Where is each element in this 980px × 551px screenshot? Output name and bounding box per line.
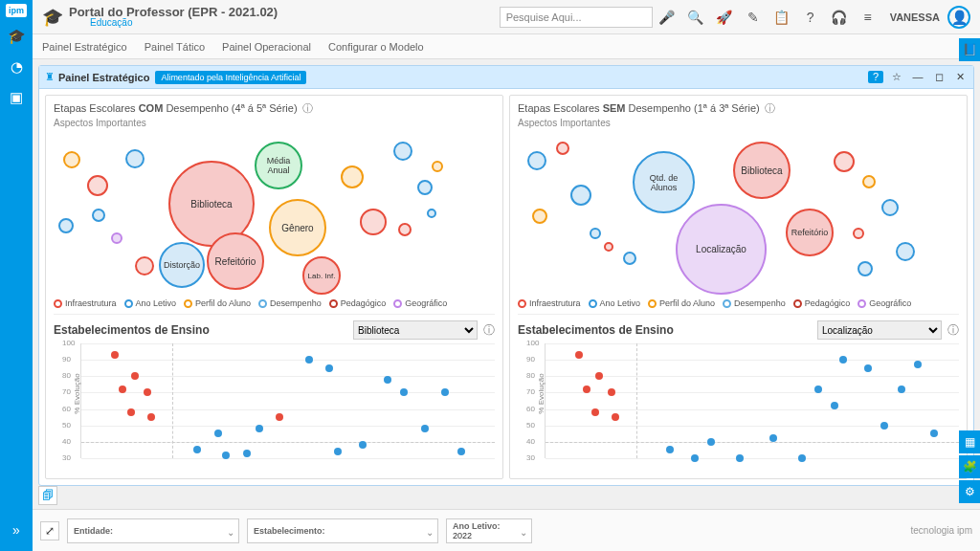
bubble-refeitorio[interactable]: Refeitório	[207, 232, 264, 290]
headset-icon[interactable]: 🎧	[825, 3, 854, 32]
edit-icon[interactable]: ✎	[739, 3, 768, 32]
scatter-point[interactable]	[325, 364, 333, 372]
subnav-estrategico[interactable]: Painel Estratégico	[42, 41, 127, 53]
search-icon[interactable]: 🔍	[681, 3, 710, 32]
scatter-point[interactable]	[457, 448, 465, 455]
right-rail-grid-icon[interactable]: ▦	[959, 430, 980, 453]
scatter-point[interactable]	[243, 450, 251, 457]
scatter-point[interactable]	[595, 372, 603, 380]
right-column: Etapas Escolares SEM Desempenho (1ª á 3ª…	[509, 95, 968, 479]
ano-letivo-select[interactable]: Ano Letivo: 2022 ⌄	[446, 518, 532, 543]
bubble-lab-inf[interactable]: Lab. Inf.	[302, 256, 341, 295]
bubble-qtd-alunos[interactable]: Qtd. deAlunos	[633, 151, 695, 213]
bubble-media-anual[interactable]: MédiaAnual	[255, 142, 302, 189]
dot	[125, 149, 145, 168]
right-rail-gear-icon[interactable]: ⚙	[959, 480, 980, 503]
info-icon[interactable]: ⓘ	[302, 102, 313, 114]
dot	[360, 209, 387, 235]
scatter-point[interactable]	[591, 408, 599, 416]
dot	[853, 228, 864, 239]
scatter-point[interactable]	[814, 386, 822, 393]
bubble-localizacao[interactable]: Localização	[676, 204, 767, 295]
scatter-point[interactable]	[575, 351, 583, 359]
top-bar: 🎓 Portal do Professor (EPR - 2021.02) Ed…	[33, 0, 980, 34]
scatter-left-title: Estabelecimentos de Ensino	[54, 323, 347, 337]
nav-screen-icon[interactable]: ▣	[3, 84, 30, 111]
panel-star-icon[interactable]: ☆	[889, 71, 904, 83]
scatter-point[interactable]	[583, 386, 590, 393]
scatter-point[interactable]	[400, 388, 408, 396]
scatter-left-select[interactable]: Biblioteca	[353, 320, 478, 340]
scatter-point[interactable]	[441, 388, 449, 396]
scatter-point[interactable]	[119, 386, 126, 393]
right-rail-puzzle-icon[interactable]: 🧩	[959, 455, 980, 478]
entidade-select[interactable]: Entidade: ⌄	[67, 518, 239, 543]
dot	[532, 209, 547, 224]
scatter-point[interactable]	[831, 402, 838, 409]
scatter-point[interactable]	[222, 452, 230, 459]
subnav-configurar[interactable]: Configurar o Modelo	[328, 41, 424, 53]
bubble-genero[interactable]: Gênero	[269, 199, 326, 256]
scatter-point[interactable]	[839, 356, 847, 364]
fullscreen-icon[interactable]: ⤢	[40, 521, 59, 540]
scatter-point[interactable]	[421, 425, 429, 432]
panel-minimize-icon[interactable]: —	[910, 71, 925, 83]
right-rail-book-icon[interactable]: 📘	[959, 38, 980, 61]
info-icon[interactable]: ⓘ	[947, 322, 959, 339]
scatter-right-select[interactable]: Localização	[817, 320, 942, 340]
scatter-point[interactable]	[256, 425, 263, 432]
scatter-point[interactable]	[214, 430, 222, 437]
scatter-point[interactable]	[384, 376, 391, 384]
dot	[393, 142, 412, 161]
dot	[427, 209, 436, 218]
bubble-distorcao[interactable]: Distorção	[159, 242, 205, 288]
scatter-point[interactable]	[880, 422, 888, 430]
scatter-point[interactable]	[691, 454, 699, 462]
scatter-point[interactable]	[914, 361, 922, 368]
rocket-icon[interactable]: 🚀	[710, 3, 739, 32]
user-avatar-icon[interactable]: 👤	[947, 6, 970, 29]
info-icon[interactable]: ⓘ	[765, 102, 775, 114]
scatter-point[interactable]	[131, 372, 139, 380]
panel-help-icon[interactable]: ?	[868, 71, 883, 83]
subnav-operacional[interactable]: Painel Operacional	[222, 41, 311, 53]
estabelecimento-select[interactable]: Estabelecimento: ⌄	[247, 518, 438, 543]
search-input[interactable]: Pesquise Aqui...	[500, 7, 653, 28]
scatter-point[interactable]	[305, 356, 313, 364]
nav-home-icon[interactable]: 🎓	[3, 23, 30, 50]
scatter-point[interactable]	[612, 413, 619, 421]
scatter-point[interactable]	[111, 351, 119, 359]
bubble-biblioteca-r[interactable]: Biblioteca	[733, 142, 791, 199]
scatter-point[interactable]	[930, 430, 938, 437]
left-col-subtitle: Aspectos Importantes	[54, 118, 495, 128]
scatter-point[interactable]	[144, 388, 151, 396]
scatter-point[interactable]	[736, 454, 744, 462]
scatter-point[interactable]	[334, 448, 342, 455]
panel-maximize-icon[interactable]: ◻	[931, 71, 947, 83]
scatter-point[interactable]	[608, 388, 615, 396]
help-icon[interactable]: ?	[796, 3, 825, 32]
scatter-point[interactable]	[127, 408, 135, 416]
scatter-point[interactable]	[864, 364, 872, 372]
info-icon[interactable]: ⓘ	[483, 322, 495, 339]
app-subtitle: Educação	[90, 17, 278, 28]
scatter-point[interactable]	[359, 441, 367, 449]
scatter-point[interactable]	[193, 446, 201, 453]
scatter-point[interactable]	[898, 386, 905, 393]
page-notes-icon[interactable]: 🗐	[38, 486, 57, 505]
scatter-point[interactable]	[276, 413, 283, 421]
clipboard-icon[interactable]: 📋	[768, 3, 796, 32]
mic-icon[interactable]: 🎤	[653, 3, 681, 32]
scatter-point[interactable]	[707, 438, 715, 446]
scatter-point[interactable]	[798, 454, 806, 462]
nav-chart-icon[interactable]: ◔	[3, 54, 30, 80]
subnav-tatico[interactable]: Painel Tático	[145, 41, 205, 53]
scatter-point[interactable]	[147, 413, 155, 421]
scatter-point[interactable]	[769, 434, 777, 442]
bottom-bar: ⤢ Entidade: ⌄ Estabelecimento: ⌄ Ano Let…	[33, 509, 980, 551]
panel-close-icon[interactable]: ✕	[952, 71, 968, 83]
scatter-point[interactable]	[666, 446, 674, 453]
bubble-refeitorio-r[interactable]: Refeitório	[786, 209, 834, 256]
expand-rail-icon[interactable]: »	[3, 517, 30, 543]
menu-icon[interactable]: ≡	[854, 3, 882, 32]
